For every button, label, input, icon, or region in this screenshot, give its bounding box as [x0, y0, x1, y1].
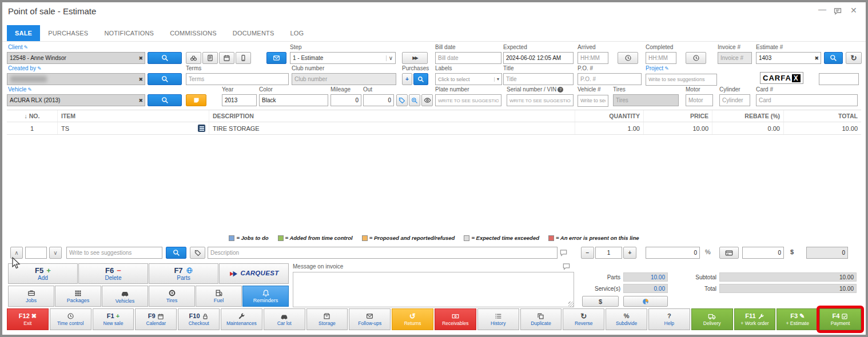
vehicle-no-input[interactable]	[578, 95, 608, 107]
toolbar-maintenances-button[interactable]: Maintenances	[221, 308, 262, 330]
motor-input[interactable]	[686, 94, 713, 106]
vin-input[interactable]	[507, 94, 574, 106]
toolbar-follow-ups-button[interactable]: Follow-ups	[349, 308, 391, 330]
edit-created-by-icon[interactable]: ✎	[37, 66, 42, 71]
edit-project-icon[interactable]: ✎	[664, 66, 669, 71]
client-document-button[interactable]	[202, 52, 218, 64]
project-input[interactable]	[646, 74, 717, 86]
help-icon[interactable]: ?	[558, 87, 563, 93]
toolbar-storage-button[interactable]: Storage	[306, 308, 348, 330]
next-step-button[interactable]: ▶▶	[402, 52, 428, 64]
title-input[interactable]	[503, 73, 574, 85]
line-down-button[interactable]: ∨	[49, 247, 62, 259]
delete-line-button[interactable]: F6− Delete	[78, 263, 148, 284]
col-item[interactable]: ITEM	[57, 110, 209, 122]
col-description[interactable]: DESCRIPTION	[209, 110, 575, 122]
tab-notifications[interactable]: NOTIFICATIONS	[96, 25, 162, 41]
invoice-no-input[interactable]	[718, 52, 752, 64]
refresh-button[interactable]: ↻	[846, 52, 862, 64]
toolbar-checkout-button[interactable]: F10Checkout	[178, 308, 220, 330]
out-input[interactable]	[363, 94, 394, 106]
col-no[interactable]: ↓NO.	[7, 110, 57, 122]
plate-input[interactable]	[435, 94, 501, 106]
col-price[interactable]: PRICE	[643, 110, 712, 122]
purchases-add-button[interactable]: +	[402, 73, 412, 85]
created-by-search-button[interactable]	[148, 73, 182, 85]
carquest-button[interactable]: CARQUEST	[219, 263, 289, 284]
item-note-icon[interactable]	[198, 125, 205, 132]
tires-input[interactable]	[613, 94, 679, 106]
description-input[interactable]	[208, 247, 558, 259]
category-jobs-button[interactable]: Jobs	[8, 286, 54, 307]
category-vehicles-button[interactable]: Vehicles	[102, 286, 148, 307]
toolbar-calendar-button[interactable]: F9Calendar	[135, 308, 177, 330]
chat-button[interactable]	[833, 7, 842, 16]
message-comment-button[interactable]	[562, 262, 571, 271]
quantity-minus-button[interactable]: −	[581, 247, 594, 259]
vehicle-note-button[interactable]	[186, 94, 206, 106]
vehicle-input[interactable]	[7, 94, 145, 106]
year-input[interactable]	[222, 94, 257, 106]
vehicle-tag-button[interactable]	[396, 94, 408, 106]
minimize-button[interactable]: —	[818, 5, 826, 14]
col-rebate[interactable]: REBATE (%)	[712, 110, 783, 122]
toolbar-duplicate-button[interactable]: Duplicate	[520, 308, 562, 330]
carfax-side-input[interactable]	[819, 73, 859, 85]
estimate-no-input[interactable]	[756, 52, 821, 64]
close-button[interactable]: ✕	[850, 6, 857, 15]
toolbar-returns-button[interactable]: ↺Returns	[392, 308, 433, 330]
category-fuel-button[interactable]: Fuel	[196, 286, 242, 307]
item-code-input[interactable]	[66, 247, 162, 259]
created-by-input[interactable]	[7, 73, 145, 85]
bill-date-input[interactable]	[435, 52, 501, 64]
item-search-button[interactable]	[166, 247, 186, 259]
category-reminders-button[interactable]: Reminders	[242, 286, 289, 307]
toolbar-exit-button[interactable]: F12✖Exit	[7, 308, 49, 330]
arrived-input[interactable]	[578, 52, 608, 64]
club-number-input[interactable]	[292, 73, 396, 85]
toolbar-reverse-button[interactable]: ↻Reverse	[563, 308, 604, 330]
step-select[interactable]: 1 - Estimate ∨	[290, 52, 396, 64]
toolbar-estimate-button[interactable]: F3✎+ Estimate	[777, 308, 818, 330]
client-input[interactable]	[7, 52, 145, 64]
completed-input[interactable]	[646, 52, 676, 64]
currency-button[interactable]: $	[582, 296, 619, 307]
category-packages-button[interactable]: Packages	[55, 286, 101, 307]
price-input[interactable]	[646, 247, 700, 259]
toolbar-work-order-button[interactable]: F11+ Work order	[734, 308, 776, 330]
line-comment-button[interactable]	[559, 248, 568, 257]
terms-input[interactable]	[186, 73, 289, 85]
dollar-button[interactable]: $	[790, 248, 794, 255]
expected-input[interactable]	[503, 52, 574, 64]
clear-estimate-icon[interactable]: ✖	[814, 55, 819, 61]
col-quantity[interactable]: QUANTITY	[575, 110, 643, 122]
color-input[interactable]	[259, 94, 328, 106]
vehicle-view-button[interactable]	[421, 94, 433, 106]
col-total[interactable]: TOTAL	[783, 110, 861, 122]
client-search-button[interactable]	[148, 52, 182, 64]
toolbar-delivery-button[interactable]: Delivery	[691, 308, 733, 330]
client-history-button[interactable]	[186, 52, 201, 64]
category-tires-button[interactable]: Tires	[149, 286, 195, 307]
tab-documents[interactable]: DOCUMENTS	[225, 25, 282, 41]
percent-button[interactable]: %	[705, 248, 711, 255]
clear-client-icon[interactable]: ✖	[138, 55, 143, 61]
edit-client-icon[interactable]: ✎	[24, 45, 29, 50]
client-appointment-button[interactable]	[219, 52, 234, 64]
cylinder-input[interactable]	[719, 94, 750, 106]
rebate-card-button[interactable]	[719, 247, 739, 259]
tab-commissions[interactable]: COMMISSIONS	[162, 25, 225, 41]
table-row[interactable]: 1 TS TIRE STORAGE 1.00 10.00 0.00 10.00	[7, 122, 861, 135]
purchases-search-button[interactable]	[413, 73, 428, 85]
toolbar-car-lot-button[interactable]: Car lot	[264, 308, 305, 330]
quantity-input[interactable]	[595, 247, 622, 259]
clear-vehicle-icon[interactable]: ✖	[138, 98, 143, 103]
po-no-input[interactable]	[578, 73, 642, 85]
toolbar-new-sale-button[interactable]: F1+New sale	[93, 308, 134, 330]
client-email-button[interactable]	[266, 52, 286, 64]
toolbar-payment-button[interactable]: F4Payment	[819, 308, 861, 330]
completed-clock-button[interactable]	[686, 52, 706, 64]
invoice-message-textarea[interactable]	[293, 272, 574, 307]
rebate-input[interactable]	[742, 247, 784, 259]
tab-log[interactable]: LOG	[282, 25, 312, 41]
